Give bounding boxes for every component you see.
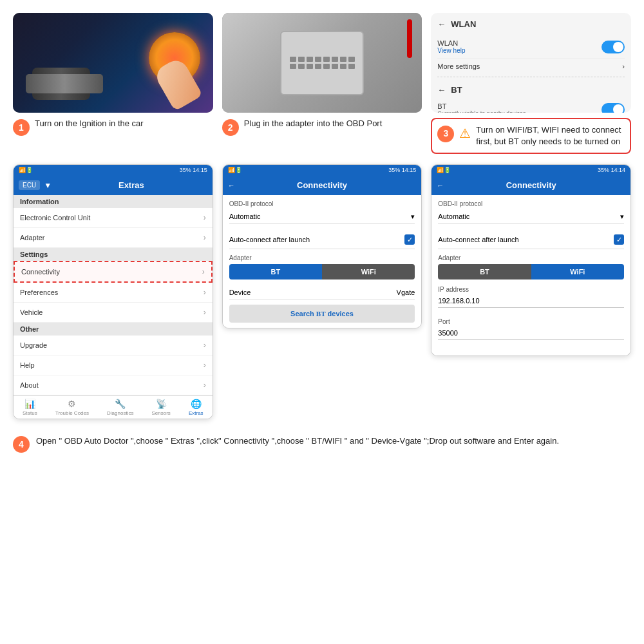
phone3-title: Connectivity	[506, 180, 556, 190]
adapter-label3: Adapter	[438, 254, 624, 261]
phone3-body: OBD-II protocol Automatic ▾ Auto-connect…	[431, 195, 630, 355]
step1-block: 1 Turn on the Ignition in the car	[13, 13, 213, 136]
device-row: Device Vgate	[229, 286, 415, 299]
step1-label: 1 Turn on the Ignition in the car	[13, 118, 144, 136]
about-menu-item[interactable]: About ›	[14, 375, 213, 395]
step2-text: Plug in the adapter into the OBD Port	[244, 118, 383, 129]
tab-extras[interactable]: 🌐 Extras	[189, 399, 204, 416]
adapter-tabs: BT WiFi	[229, 264, 415, 279]
step3-circle: 3	[437, 126, 454, 142]
bt-sub: Currently visible to nearby devices	[437, 110, 526, 113]
adapter-label: Adapter	[229, 254, 415, 261]
auto-connect-label3: Auto-connect after launch	[438, 236, 518, 243]
phone1-screen: 📶🔋 35% 14:15 ECU ▼ Extras Information El…	[13, 164, 213, 419]
bt-label: BT	[437, 102, 526, 110]
phone2-header: ← Connectivity	[223, 175, 422, 195]
step1-text: Turn on the Ignition in the car	[35, 118, 144, 129]
auto-connect-row: Auto-connect after launch ✓	[229, 231, 415, 249]
phone3-statusbar: 📶🔋 35% 14:14	[431, 165, 630, 175]
ip-section: IP address	[438, 286, 624, 312]
bt-toggle[interactable]	[601, 103, 625, 113]
device-label: Device	[229, 289, 251, 296]
adapter-section: Adapter BT WiFi	[229, 254, 415, 279]
obd-protocol-dropdown[interactable]: Automatic ▾	[229, 210, 415, 224]
wlan-back-icon[interactable]: ←	[437, 19, 446, 29]
bt-adapter-tab3[interactable]: BT	[438, 264, 531, 279]
step3-warning-box: 3 ⚠ Turn on WIFI/BT, WIFI need to connec…	[431, 118, 631, 154]
other-section: Other	[14, 323, 213, 336]
tab-diagnostics[interactable]: 🔧 Diagnostics	[107, 399, 133, 416]
tab-sensors[interactable]: 📡 Sensors	[152, 399, 171, 416]
search-bt-button[interactable]: Search BT devices	[229, 305, 415, 323]
obd-protocol-label: OBD-II protocol	[229, 200, 415, 207]
bt-title: BT	[451, 85, 462, 95]
step1-image	[13, 13, 213, 113]
top-steps-row: 1 Turn on the Ignition in the car	[13, 13, 631, 154]
step3-block: ← WLAN WLAN View help More settings ›	[431, 13, 631, 154]
phone1-header: ECU ▼ Extras	[14, 175, 213, 195]
phone1-tabs: 📊 Status ⚙ Trouble Codes 🔧 Diagnostics 📡…	[14, 395, 213, 419]
wlan-label: WLAN	[437, 39, 465, 47]
settings-section: Settings	[14, 248, 213, 261]
phone2-screen: 📶🔋 35% 14:15 ← Connectivity OBD-II proto…	[222, 164, 422, 328]
step3-image: ← WLAN WLAN View help More settings ›	[431, 13, 631, 113]
phone2-title: Connectivity	[297, 180, 347, 190]
port-input[interactable]	[438, 327, 624, 340]
phone2-statusbar: 📶🔋 35% 14:15	[223, 165, 422, 175]
phone2-body: OBD-II protocol Automatic ▾ Auto-connect…	[223, 195, 422, 328]
step2-label: 2 Plug in the adapter into the OBD Port	[222, 118, 383, 136]
ecu-badge[interactable]: ECU	[19, 180, 40, 190]
auto-connect-checkbox3[interactable]: ✓	[614, 234, 624, 245]
wlan-view-help[interactable]: View help	[437, 47, 465, 54]
auto-connect-row3: Auto-connect after launch ✓	[438, 231, 624, 249]
wlan-more-settings[interactable]: More settings ›	[437, 59, 625, 74]
phone2-back-btn[interactable]: ←	[228, 182, 235, 189]
middle-phones-row: 📶🔋 35% 14:15 ECU ▼ Extras Information El…	[13, 164, 631, 419]
adapter-section3: Adapter BT WiFi	[438, 254, 624, 279]
obd-protocol-section: OBD-II protocol Automatic ▾	[229, 200, 415, 224]
auto-connect-label: Auto-connect after launch	[229, 236, 310, 243]
information-section: Information	[14, 195, 213, 208]
port-section: Port	[438, 318, 624, 344]
wlan-title: WLAN	[451, 19, 476, 29]
ip-input[interactable]	[438, 294, 624, 308]
tab-status[interactable]: 📊 Status	[23, 399, 37, 416]
phone3-header: ← Connectivity	[431, 175, 630, 195]
bt-back-icon[interactable]: ←	[437, 85, 446, 95]
step2-block: 2 Plug in the adapter into the OBD Port	[222, 13, 422, 136]
bt-adapter-tab[interactable]: BT	[229, 264, 322, 279]
step1-circle: 1	[13, 119, 30, 136]
step3-text: Turn on WIFI/BT, WIFI need to connect fi…	[476, 124, 625, 147]
device-value: Vgate	[397, 289, 415, 296]
warning-icon: ⚠	[459, 124, 471, 142]
ip-label: IP address	[438, 286, 624, 293]
phone3-back-btn[interactable]: ←	[437, 182, 444, 189]
vehicle-menu-item[interactable]: Vehicle ›	[14, 303, 213, 323]
adapter-tabs3: BT WiFi	[438, 264, 624, 279]
adapter-menu-item[interactable]: Adapter ›	[14, 228, 213, 248]
wifi-adapter-tab3[interactable]: WiFi	[531, 264, 624, 279]
tab-trouble-codes[interactable]: ⚙ Trouble Codes	[55, 399, 89, 416]
wifi-adapter-tab[interactable]: WiFi	[322, 264, 415, 279]
obd-protocol-section3: OBD-II protocol Automatic ▾	[438, 200, 624, 224]
step2-image	[222, 13, 422, 113]
auto-connect-checkbox[interactable]: ✓	[404, 234, 415, 245]
extras-title: Extras	[55, 180, 207, 190]
obd-protocol-label3: OBD-II protocol	[438, 200, 624, 207]
port-label: Port	[438, 318, 624, 325]
connectivity-menu-item[interactable]: Connectivity ›	[14, 261, 213, 283]
ecu-menu-item[interactable]: Electronic Control Unit ›	[14, 208, 213, 228]
step4-text: Open " OBD Auto Doctor ",choose " Extras…	[36, 435, 631, 448]
wlan-toggle[interactable]	[601, 41, 625, 53]
preferences-menu-item[interactable]: Preferences ›	[14, 283, 213, 303]
step2-circle: 2	[222, 119, 239, 136]
phone3-screen: 📶🔋 35% 14:14 ← Connectivity OBD-II proto…	[431, 164, 631, 356]
upgrade-menu-item[interactable]: Upgrade ›	[14, 336, 213, 355]
obd-protocol-dropdown3[interactable]: Automatic ▾	[438, 210, 624, 224]
step4-row: 4 Open " OBD Auto Doctor ",choose " Extr…	[13, 430, 631, 458]
phone1-statusbar: 📶🔋 35% 14:15	[14, 165, 213, 175]
step4-circle: 4	[13, 436, 30, 453]
help-menu-item[interactable]: Help ›	[14, 355, 213, 375]
